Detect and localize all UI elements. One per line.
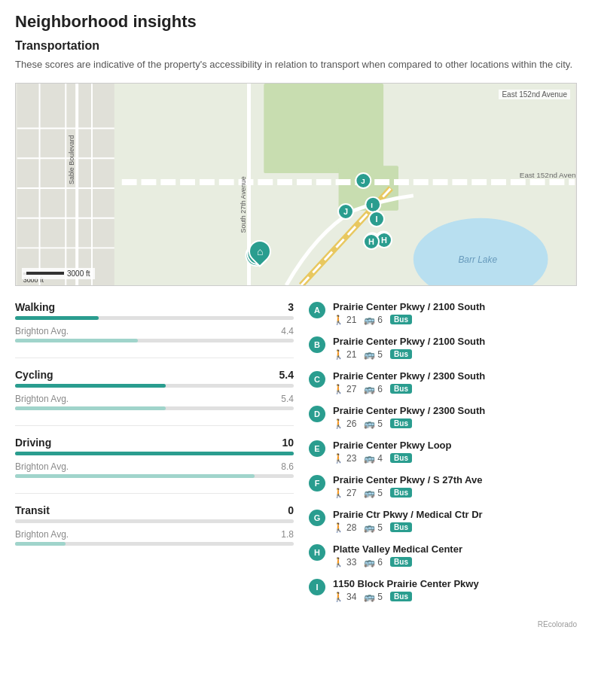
- bus-type-badge: Bus: [390, 349, 412, 359]
- walk-info: 🚶 34: [333, 592, 356, 602]
- bus-info: 🚌 6: [364, 557, 383, 568]
- bus-count: 6: [377, 384, 383, 394]
- walk-minutes: 27: [346, 488, 356, 498]
- svg-text:South 27th Avenue: South 27th Avenue: [240, 176, 247, 233]
- score-block-walking: Walking 3 Brighton Avg. 4.4: [15, 301, 294, 342]
- bus-info: 🚌 5: [364, 349, 383, 360]
- walk-info: 🚶 21: [333, 315, 356, 325]
- walk-minutes: 23: [346, 453, 356, 464]
- map-container[interactable]: Barr Lake East 152nd Avenue Sable Boulev…: [15, 83, 577, 286]
- score-bar-track: [15, 384, 294, 388]
- map-scale: 3000 ft: [22, 268, 95, 279]
- walk-icon: 🚶: [333, 349, 344, 360]
- transit-badge: F: [309, 475, 325, 492]
- transit-info: Prairie Center Pkwy / 2100 South 🚶 21 🚌 …: [333, 336, 577, 360]
- footer-credit: REcolorado: [15, 620, 577, 628]
- bus-type-badge: Bus: [390, 315, 412, 324]
- bus-info: 🚌 6: [364, 315, 383, 325]
- transit-list: A Prairie Center Pkwy / 2100 South 🚶 21 …: [309, 301, 577, 613]
- transit-info: Prairie Center Pkwy / 2100 South 🚶 21 🚌 …: [333, 301, 577, 325]
- bus-type-badge: Bus: [390, 557, 412, 567]
- transit-item-i: I 1150 Block Prairie Center Pkwy 🚶 34 🚌 …: [309, 578, 577, 602]
- score-label: Cycling: [15, 369, 53, 381]
- score-bar-track: [15, 452, 294, 455]
- score-value: 3: [288, 301, 294, 313]
- transit-badge: G: [309, 510, 325, 526]
- transit-info: Prairie Ctr Pkwy / Medical Ctr Dr 🚶 28 🚌…: [333, 509, 577, 533]
- transit-badge: C: [309, 371, 325, 388]
- transit-name: Prairie Center Pkwy / 2300 South: [333, 405, 577, 416]
- transit-item-a: A Prairie Center Pkwy / 2100 South 🚶 21 …: [309, 301, 577, 325]
- walk-icon: 🚶: [333, 418, 344, 429]
- walk-info: 🚶 21: [333, 349, 356, 360]
- transit-meta: 🚶 26 🚌 5 Bus: [333, 418, 577, 429]
- bus-type-badge: Bus: [390, 592, 412, 601]
- walk-minutes: 28: [346, 522, 356, 533]
- walk-icon: 🚶: [333, 557, 344, 568]
- avg-bar-track: [15, 339, 294, 342]
- bus-info: 🚌 5: [364, 592, 383, 602]
- transit-name: Platte Valley Medical Center: [333, 543, 577, 555]
- avg-bar-fill: [15, 474, 255, 478]
- walk-icon: 🚶: [333, 522, 344, 533]
- svg-text:East 152nd Avenue: East 152nd Avenue: [520, 171, 576, 179]
- avg-label: Brighton Avg.: [15, 326, 69, 336]
- walk-minutes: 27: [346, 384, 356, 394]
- walk-icon: 🚶: [333, 453, 344, 464]
- transit-item-g: G Prairie Ctr Pkwy / Medical Ctr Dr 🚶 28…: [309, 509, 577, 533]
- bus-icon: 🚌: [364, 453, 375, 464]
- transit-meta: 🚶 28 🚌 5 Bus: [333, 522, 577, 533]
- bus-info: 🚌 5: [364, 418, 383, 429]
- score-value: 10: [282, 437, 294, 449]
- bus-count: 5: [377, 418, 383, 429]
- walk-info: 🚶 26: [333, 418, 356, 429]
- walk-icon: 🚶: [333, 488, 344, 498]
- walk-info: 🚶 23: [333, 453, 356, 464]
- bus-icon: 🚌: [364, 418, 375, 429]
- bus-count: 6: [377, 315, 383, 325]
- transit-badge: E: [309, 440, 325, 457]
- bus-count: 4: [377, 453, 383, 464]
- bus-count: 5: [377, 488, 383, 498]
- svg-text:Barr Lake: Barr Lake: [458, 254, 497, 265]
- bus-icon: 🚌: [364, 557, 375, 568]
- bus-count: 5: [377, 349, 383, 360]
- walk-minutes: 34: [346, 592, 356, 602]
- avg-value: 8.6: [281, 461, 294, 472]
- score-label: Driving: [15, 437, 51, 449]
- transit-meta: 🚶 27 🚌 6 Bus: [333, 384, 577, 394]
- avg-bar-track: [15, 406, 294, 410]
- score-value: 0: [288, 504, 294, 516]
- transit-name: Prairie Ctr Pkwy / Medical Ctr Dr: [333, 509, 577, 520]
- transit-item-f: F Prairie Center Pkwy / S 27th Ave 🚶 27 …: [309, 474, 577, 498]
- avg-value: 4.4: [281, 326, 294, 336]
- score-bar-fill: [15, 316, 99, 320]
- transit-name: Prairie Center Pkwy / 2100 South: [333, 336, 577, 347]
- bus-count: 6: [377, 557, 383, 568]
- walk-info: 🚶 27: [333, 384, 356, 394]
- map-road-label: East 152nd Avenue: [499, 90, 570, 99]
- bus-icon: 🚌: [364, 488, 375, 498]
- transit-meta: 🚶 33 🚌 6 Bus: [333, 557, 577, 568]
- walk-icon: 🚶: [333, 384, 344, 394]
- svg-text:J: J: [361, 177, 365, 185]
- avg-value: 1.8: [281, 529, 294, 540]
- walk-info: 🚶 27: [333, 488, 356, 498]
- transit-meta: 🚶 21 🚌 6 Bus: [333, 315, 577, 325]
- transit-badge: H: [309, 544, 325, 561]
- marker-I: I: [368, 211, 385, 227]
- score-block-transit: Transit 0 Brighton Avg. 1.8: [15, 504, 294, 546]
- transit-name: Prairie Center Pkwy Loop: [333, 440, 577, 451]
- score-block-cycling: Cycling 5.4 Brighton Avg. 5.4: [15, 369, 294, 410]
- bus-type-badge: Bus: [390, 453, 412, 463]
- walk-minutes: 26: [346, 418, 356, 429]
- transit-meta: 🚶 27 🚌 5 Bus: [333, 488, 577, 498]
- avg-label: Brighton Avg.: [15, 461, 69, 472]
- transit-item-h: H Platte Valley Medical Center 🚶 33 🚌 6 …: [309, 543, 577, 568]
- scores-container: Walking 3 Brighton Avg. 4.4 Cycling 5.4 …: [15, 301, 294, 546]
- transit-info: Prairie Center Pkwy / 2300 South 🚶 27 🚌 …: [333, 370, 577, 394]
- content-row: Walking 3 Brighton Avg. 4.4 Cycling 5.4 …: [15, 301, 577, 613]
- section-description: These scores are indicative of the prope…: [15, 57, 577, 72]
- transit-badge: I: [309, 579, 325, 595]
- transit-item-c: C Prairie Center Pkwy / 2300 South 🚶 27 …: [309, 370, 577, 394]
